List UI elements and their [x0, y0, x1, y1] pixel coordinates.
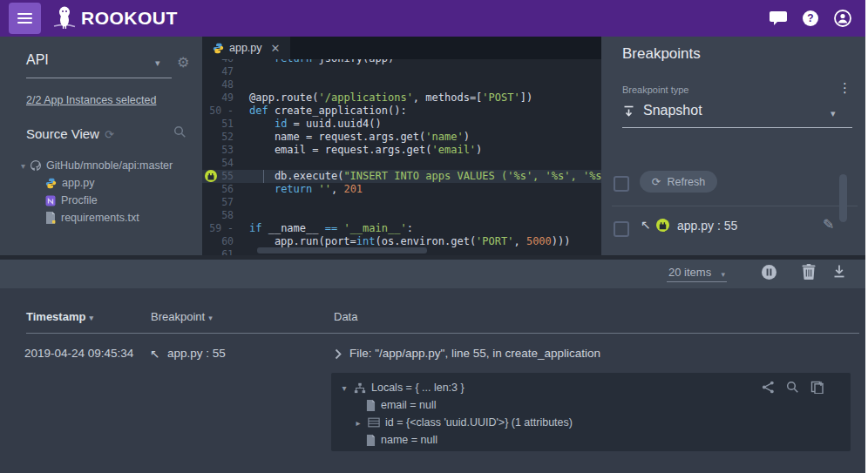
code-line-60[interactable]: 60 app.run(port=int(os.environ.get('PORT… — [202, 235, 601, 248]
tree-root-label: GitHub/mnoble/api:master — [46, 159, 173, 172]
trash-icon[interactable] — [802, 264, 816, 280]
editor-tab-bar: app.py ✕ — [202, 37, 601, 59]
message-data-title: File: "/app/app.py", line 55, in create_… — [349, 347, 600, 360]
locals-variable-row[interactable]: ▸id = {<class 'uuid.UUID'>} (1 attribute… — [340, 414, 842, 431]
user-avatar-icon[interactable] — [834, 10, 851, 27]
page-size-select[interactable]: 20 items ▾ — [667, 266, 727, 282]
download-icon[interactable] — [832, 264, 846, 279]
breakpoint-type-value: Snapshot — [643, 103, 702, 118]
hamburger-menu-icon[interactable] — [9, 3, 41, 34]
code-text: email = request.args.get('email') — [241, 144, 601, 157]
refresh-button[interactable]: ⟳ Refresh — [640, 171, 717, 193]
snapshot-icon — [622, 105, 635, 118]
vertical-scrollbar[interactable] — [839, 174, 847, 222]
code-area: 46 return jsonify(app)474849@app.route('… — [202, 59, 601, 255]
line-number[interactable]: 60 — [202, 235, 241, 248]
locals-tree-icon — [354, 382, 366, 394]
code-line-49[interactable]: 49@app.route('/applications', methods=['… — [202, 91, 601, 105]
close-icon[interactable]: ✕ — [271, 42, 281, 55]
tree-file-app-py[interactable]: app.py — [0, 174, 202, 192]
left-sidebar: API ▾ ⚙ 2/2 App Instances selected Sourc… — [0, 37, 202, 255]
rookout-logo: ROOKOUT — [51, 4, 178, 32]
rookout-app: ROOKOUT ? API ▾ ⚙ 2/2 App Instances sele… — [0, 0, 865, 473]
line-number[interactable]: 58 — [202, 209, 241, 222]
column-header-breakpoint[interactable]: Breakpoint▾ — [151, 310, 213, 323]
help-icon[interactable]: ? — [803, 10, 818, 26]
copy-add-icon[interactable] — [810, 381, 824, 394]
chevron-down-icon[interactable]: ▾ — [21, 161, 25, 171]
breakpoint-checkbox[interactable] — [614, 221, 629, 237]
pause-icon[interactable] — [761, 264, 777, 280]
editor-tab-app-py[interactable]: app.py ✕ — [202, 37, 290, 59]
line-number[interactable]: 61 — [202, 248, 241, 255]
chevron-down-icon[interactable]: ▾ — [831, 108, 836, 119]
tab-filename: app.py — [229, 42, 262, 54]
sync-icon[interactable]: ⟳ — [105, 128, 114, 141]
table-variable-icon — [368, 417, 380, 428]
locals-root-label: Locals = { ... len:3 } — [371, 382, 465, 394]
gear-icon[interactable]: ⚙ — [177, 56, 189, 70]
rook-breakpoint-icon — [656, 219, 669, 232]
search-icon[interactable] — [173, 125, 186, 139]
line-number[interactable]: 56 — [202, 183, 241, 196]
app-instances-link[interactable]: 2/2 App Instances selected — [26, 94, 156, 106]
line-number[interactable]: 54 — [202, 157, 241, 170]
code-line-58[interactable]: 58 — [202, 209, 601, 222]
edit-pencil-icon[interactable]: ✎ — [823, 216, 834, 233]
chevron-down-icon[interactable]: ▾ — [155, 57, 160, 69]
code-line-53[interactable]: 53 email = request.args.get('email') — [202, 144, 601, 157]
locals-variable-row: name = null — [340, 431, 842, 449]
code-line-54[interactable]: 54 — [202, 157, 601, 170]
code-line-52[interactable]: 52 name = request.args.get('name') — [202, 131, 601, 144]
horizontal-scrollbar[interactable] — [257, 247, 427, 253]
breakpoint-row[interactable]: app.py : 55 — [677, 219, 737, 233]
code-line-51[interactable]: 51 id = uuid.uuid4() — [202, 118, 601, 131]
kebab-menu-icon[interactable]: ⋮ — [838, 80, 851, 96]
locals-variable-text: email = null — [381, 399, 437, 411]
python-file-icon — [45, 178, 57, 189]
column-header-data: Data — [334, 310, 357, 323]
chevron-right-icon[interactable]: ▸ — [354, 418, 363, 428]
column-header-timestamp[interactable]: Timestamp▾ — [26, 310, 93, 323]
code-line-55[interactable]: 55 db.execute("INSERT INTO apps VALUES (… — [202, 170, 601, 183]
chevron-right-icon[interactable] — [334, 348, 342, 360]
fold-marker-icon[interactable]: - — [227, 105, 234, 117]
line-number[interactable]: 48 — [202, 78, 241, 91]
code-line-48[interactable]: 48 — [202, 78, 601, 91]
arrow-up-left-icon: ↖ — [641, 218, 651, 232]
code-line-46[interactable]: 46 return jsonify(app) — [202, 59, 601, 65]
app-select-underline — [26, 78, 172, 78]
app-select[interactable]: API — [26, 52, 49, 68]
chevron-down-icon[interactable]: ▾ — [340, 383, 349, 393]
chevron-down-icon: ▾ — [722, 270, 726, 279]
line-number[interactable]: 59 - — [202, 222, 241, 235]
code-line-57[interactable]: 57 — [202, 196, 601, 209]
code-line-59[interactable]: 59 -if __name__ == '__main__': — [202, 222, 601, 235]
line-number[interactable]: 50 - — [202, 105, 241, 118]
line-number[interactable]: 46 — [202, 59, 241, 65]
message-row[interactable]: 2019-04-24 09:45:34 ↖ app.py : 55 File: … — [0, 347, 865, 366]
code-text — [241, 209, 601, 222]
code-line-50[interactable]: 50 -def create_application(): — [202, 105, 601, 118]
code-line-47[interactable]: 47 — [202, 65, 601, 78]
line-number[interactable]: 57 — [202, 196, 241, 209]
tree-root-repo[interactable]: ▾GitHub/mnoble/api:master — [0, 157, 202, 174]
tree-file-Procfile[interactable]: Procfile — [0, 192, 202, 209]
line-number[interactable]: 47 — [202, 65, 241, 78]
line-number[interactable]: 49 — [202, 91, 241, 105]
code-text: @app.route('/applications', methods=['PO… — [241, 91, 601, 105]
tree-file-requirements-txt[interactable]: requirements.txt — [0, 209, 202, 226]
code-text — [241, 157, 601, 170]
line-number[interactable]: 51 — [202, 118, 241, 131]
line-number[interactable]: 53 — [202, 144, 241, 157]
fold-marker-icon[interactable]: - — [227, 222, 234, 234]
select-all-checkbox[interactable] — [614, 176, 629, 192]
search-icon[interactable] — [786, 381, 799, 394]
breakpoints-panel: Breakpoints ⋮ Breakpoint type Snapshot ▾… — [601, 37, 865, 255]
code-line-56[interactable]: 56 return '', 201 — [202, 183, 601, 196]
breakpoint-type-select[interactable]: Snapshot — [622, 103, 702, 118]
chat-icon[interactable] — [770, 10, 787, 26]
share-icon[interactable] — [762, 381, 775, 394]
code-text: def create_application(): — [241, 105, 601, 118]
line-number[interactable]: 52 — [202, 131, 241, 144]
